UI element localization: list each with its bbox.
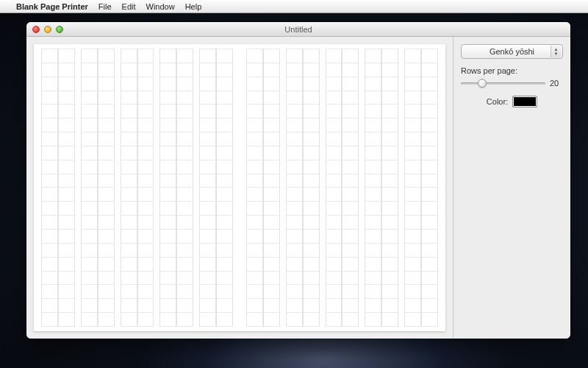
updown-arrows-icon: ▲▼ [551, 46, 561, 57]
color-control: Color: [461, 96, 563, 107]
menu-edit[interactable]: Edit [122, 2, 136, 11]
menu-window[interactable]: Window [146, 2, 175, 11]
page-preview-pane [26, 37, 453, 339]
window-titlebar[interactable]: Untitled [26, 22, 570, 37]
inspector-sidebar: Genkō yōshi ▲▼ Rows per page: 20 Color: [453, 37, 570, 339]
slider-thumb[interactable] [478, 79, 487, 88]
genko-grid [41, 49, 438, 327]
rows-label: Rows per page: [461, 66, 563, 75]
window-title: Untitled [26, 25, 570, 34]
app-name-menu[interactable]: Blank Page Printer [16, 2, 88, 11]
rows-slider[interactable] [461, 78, 545, 88]
template-select[interactable]: Genkō yōshi ▲▼ [461, 44, 563, 59]
rows-value: 20 [550, 79, 563, 88]
menu-file[interactable]: File [98, 2, 112, 11]
document-window: Untitled Genkō yōshi ▲▼ Rows per page: 2… [26, 22, 570, 339]
template-select-value: Genkō yōshi [490, 47, 534, 56]
rows-control: Rows per page: 20 [461, 66, 563, 88]
page-preview [34, 44, 445, 331]
menu-help[interactable]: Help [185, 2, 202, 11]
system-menubar: Blank Page Printer File Edit Window Help [0, 0, 588, 13]
color-label: Color: [487, 97, 508, 106]
color-well[interactable] [512, 96, 537, 107]
